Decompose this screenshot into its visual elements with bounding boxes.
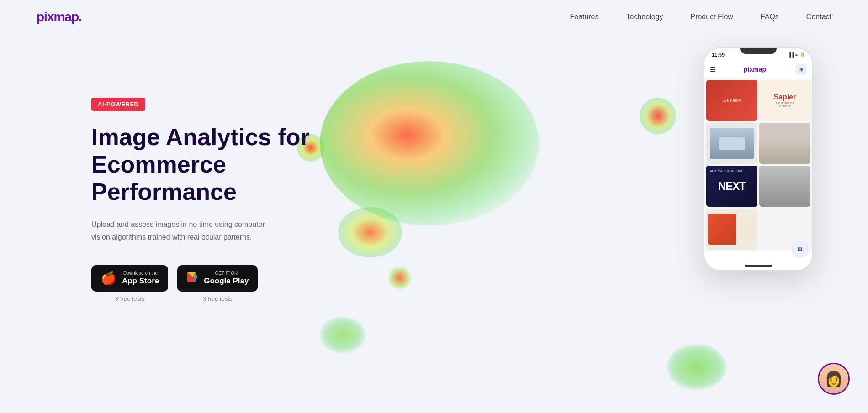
heatmap-blob-bottom (320, 317, 365, 353)
chat-avatar[interactable]: 👩 (818, 363, 850, 395)
fab-icon: ⊞ (798, 246, 802, 252)
cta-buttons: 🍎 Download on the App Store 3 free tests (91, 265, 365, 302)
share-icon: ⊞ (799, 67, 803, 72)
phone-cell-6 (759, 166, 810, 207)
phone-cell-1: by NEUROM (706, 80, 757, 121)
phone-fab[interactable]: ⊞ (793, 242, 807, 256)
apple-icon: 🍎 (101, 272, 116, 285)
logo[interactable]: pixmap. (37, 10, 82, 24)
phone-cell-2: Sapier De animalesa dioses (759, 80, 810, 121)
app-store-main: App Store (122, 276, 159, 286)
app-store-sub: Download on the (122, 271, 159, 276)
hero-title: Image Analytics for Ecommerce Performanc… (91, 124, 365, 205)
phone-menu-icon[interactable]: ☰ (710, 66, 716, 73)
phone-cell-7 (706, 209, 757, 250)
phone-cell-4 (759, 123, 810, 164)
phone-share-button[interactable]: ⊞ (796, 64, 807, 75)
google-play-free-tests: 3 free tests (203, 295, 232, 302)
navbar: pixmap. Features Technology Product Flow… (0, 0, 868, 34)
hero-content: AI-POWERED Image Analytics for Ecommerce… (91, 98, 365, 302)
google-play-button[interactable]: GET IT ON Google Play (177, 265, 258, 292)
phone-time: 11:59 (712, 52, 725, 58)
nav-links: Features Technology Product Flow FAQs Co… (570, 13, 831, 21)
avatar-image: 👩 (819, 364, 848, 393)
phone-cell-3 (706, 123, 757, 164)
phone-notch (740, 48, 777, 54)
hero-description: Upload and assess images in no time usin… (91, 218, 283, 243)
app-store-button[interactable]: 🍎 Download on the App Store (91, 265, 168, 292)
phone-image-grid: by NEUROM Sapier De animalesa dioses (704, 78, 812, 251)
hero-section: AI-POWERED Image Analytics for Ecommerce… (0, 34, 868, 413)
nav-technology[interactable]: Technology (626, 13, 663, 21)
google-play-icon (186, 271, 198, 285)
phone-cell-5: ADAPTACIÓN AL CINE NEXT (706, 166, 757, 207)
heatmap-blob-lower (388, 267, 411, 289)
google-play-sub: GET IT ON (204, 271, 249, 276)
google-play-group: GET IT ON Google Play 3 free tests (177, 265, 258, 302)
app-store-group: 🍎 Download on the App Store 3 free tests (91, 265, 168, 302)
phone-device: 11:59 ▐▐ ≋ 🔋 ☰ pixmap. ⊞ by NEUROM Sapie… (704, 47, 813, 271)
nav-faqs[interactable]: FAQs (761, 13, 779, 21)
heatmap-blob-bottom-right (667, 344, 726, 390)
phone-mockup: 11:59 ▐▐ ≋ 🔋 ☰ pixmap. ⊞ by NEUROM Sapie… (704, 47, 813, 271)
app-store-free-tests: 3 free tests (115, 295, 144, 302)
ai-powered-badge: AI-POWERED (91, 98, 145, 111)
phone-app-logo: pixmap. (716, 66, 796, 73)
nav-contact[interactable]: Contact (806, 13, 831, 21)
nav-product-flow[interactable]: Product Flow (690, 13, 733, 21)
google-play-main: Google Play (204, 276, 249, 286)
nav-features[interactable]: Features (570, 13, 598, 21)
phone-app-header: ☰ pixmap. ⊞ (704, 61, 812, 78)
phone-home-indicator (745, 265, 772, 267)
phone-status-icons: ▐▐ ≋ 🔋 (788, 52, 805, 57)
heatmap-blob-top-right (640, 98, 676, 134)
